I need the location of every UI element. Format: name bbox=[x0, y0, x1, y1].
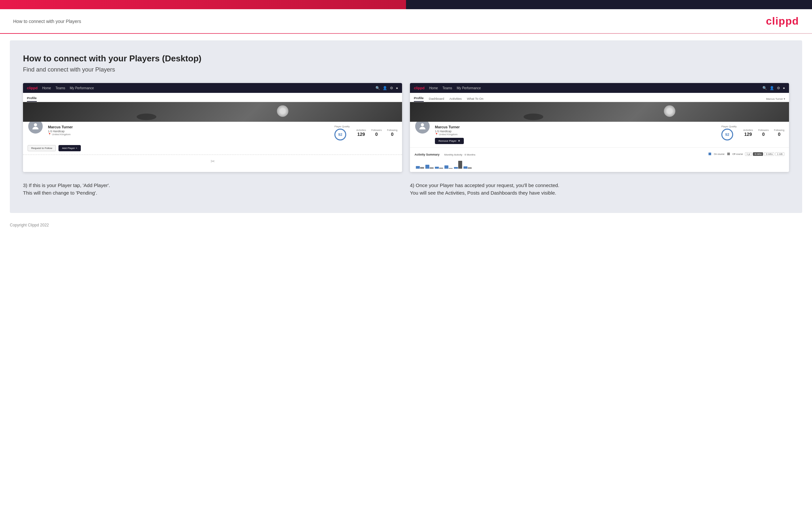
screen1-activities-stat: Activities 129 bbox=[356, 129, 366, 137]
svg-point-0 bbox=[34, 123, 37, 126]
screen1-nav-home: Home bbox=[42, 86, 51, 90]
screen1-handicap: 1-5 Handicap bbox=[48, 130, 330, 133]
screen2-stats: Player Quality 92 Activities 129 Followe… bbox=[721, 125, 784, 140]
bar-on-2 bbox=[425, 165, 429, 169]
screen1-player-name: Marcus Turner bbox=[48, 125, 330, 129]
svg-point-1 bbox=[421, 123, 424, 126]
screen2-banner bbox=[410, 102, 789, 122]
remove-player-button[interactable]: Remove Player ✕ bbox=[435, 138, 464, 144]
bar-group-4 bbox=[445, 165, 453, 169]
screen2-followers-value: 0 bbox=[758, 131, 769, 137]
screen2-following-stat: Following 0 bbox=[774, 129, 784, 137]
screen1-followers-value: 0 bbox=[371, 131, 382, 137]
screen1-following-stat: Following 0 bbox=[387, 129, 398, 137]
screen1-following-label: Following bbox=[387, 129, 398, 131]
bar-off-5 bbox=[458, 161, 462, 169]
screen1-nav-teams: Teams bbox=[55, 86, 65, 90]
avatar-icon[interactable]: ● bbox=[396, 86, 398, 90]
screen1-nav-myperformance: My Performance bbox=[70, 86, 94, 90]
screen1-profile-info: Marcus Turner 1-5 Handicap 📍 United King… bbox=[48, 125, 330, 136]
search-icon[interactable]: 🔍 bbox=[375, 86, 380, 90]
time-buttons: 1 yr 6 mths 3 mths 1 mth bbox=[745, 152, 784, 156]
screen2-following-label: Following bbox=[774, 129, 784, 131]
main-content: How to connect with your Players (Deskto… bbox=[10, 40, 802, 213]
tab-profile-2[interactable]: Profile bbox=[414, 96, 424, 102]
time-btn-1mth[interactable]: 1 mth bbox=[775, 152, 784, 156]
description-1: 3) If this is your Player tap, 'Add Play… bbox=[23, 182, 402, 196]
footer: Copyright Clippd 2022 bbox=[0, 220, 812, 234]
bar-group-5 bbox=[454, 161, 462, 169]
screen1-nav: clippd Home Teams My Performance 🔍 👤 ⚙ ● bbox=[23, 83, 402, 93]
screen2-pq-label: Player Quality bbox=[721, 125, 737, 128]
bar-on-1 bbox=[416, 166, 420, 169]
activity-title-group: Activity Summary Monthly Activity · 6 Mo… bbox=[414, 151, 475, 157]
screen1-stat-group: Activities 129 Followers 0 Following 0 bbox=[356, 129, 398, 137]
header-divider bbox=[0, 33, 812, 34]
copyright: Copyright Clippd 2022 bbox=[10, 223, 49, 227]
user-icon[interactable]: 👤 bbox=[383, 86, 387, 90]
bar-on-6 bbox=[463, 166, 467, 169]
activity-subtitle: Monthly Activity · 6 Months bbox=[444, 153, 475, 156]
search-icon[interactable]: 🔍 bbox=[762, 86, 767, 90]
screen2-nav-teams: Teams bbox=[443, 86, 452, 90]
activity-header: Activity Summary Monthly Activity · 6 Mo… bbox=[414, 151, 784, 157]
location-pin-icon: 📍 bbox=[48, 133, 51, 136]
descriptions-row: 3) If this is your Player tap, 'Add Play… bbox=[23, 182, 789, 196]
screen2-pq: Player Quality 92 bbox=[721, 125, 737, 140]
screen2-stat-group: Activities 129 Followers 0 Following 0 bbox=[743, 129, 784, 137]
screen2-activities-label: Activities bbox=[743, 129, 753, 131]
screen2-pq-value: 92 bbox=[721, 129, 733, 140]
avatar-icon[interactable]: ● bbox=[783, 86, 785, 90]
settings-icon[interactable]: ⚙ bbox=[777, 86, 780, 90]
tab-activities[interactable]: Activities bbox=[449, 97, 461, 102]
request-to-follow-button[interactable]: Request to Follow bbox=[28, 145, 56, 151]
time-btn-1yr[interactable]: 1 yr bbox=[745, 152, 752, 156]
scissors-divider: ✂ bbox=[23, 155, 402, 168]
screen1-followers-stat: Followers 0 bbox=[371, 129, 382, 137]
screen2-following-value: 0 bbox=[774, 131, 784, 137]
screenshots-row: clippd Home Teams My Performance 🔍 👤 ⚙ ●… bbox=[23, 83, 789, 172]
screen2-activity-summary: Activity Summary Monthly Activity · 6 Mo… bbox=[410, 147, 789, 172]
screen2-nav: clippd Home Teams My Performance 🔍 👤 ⚙ ● bbox=[410, 83, 789, 93]
screen2-location: 📍 United Kingdom bbox=[435, 133, 717, 136]
screen1-activities-label: Activities bbox=[356, 129, 366, 131]
bar-on-5 bbox=[454, 167, 458, 169]
screen1-followers-label: Followers bbox=[371, 129, 382, 131]
screen2-profile-info: Marcus Turner 1-5 Handicap 📍 United King… bbox=[435, 125, 717, 144]
header: How to connect with your Players clippd bbox=[0, 9, 812, 33]
bar-on-4 bbox=[445, 165, 448, 169]
screen1-pq-label: Player Quality bbox=[335, 125, 350, 128]
screen1-activities-value: 129 bbox=[356, 131, 366, 137]
screen1-tabs: Profile bbox=[23, 93, 402, 102]
page-title: How to connect with your Players bbox=[13, 19, 81, 24]
description-2: 4) Once your Player has accepted your re… bbox=[410, 182, 789, 196]
bar-group-1 bbox=[416, 166, 424, 169]
user-icon[interactable]: 👤 bbox=[770, 86, 774, 90]
activity-title: Activity Summary bbox=[414, 153, 440, 156]
player-dropdown[interactable]: Marcus Turner ▾ bbox=[766, 98, 785, 102]
time-btn-6mths[interactable]: 6 mths bbox=[753, 152, 763, 156]
activity-chart bbox=[414, 159, 784, 169]
screen1-location: 📍 United Kingdom bbox=[48, 133, 330, 136]
chart-legend: On course Off course bbox=[709, 153, 743, 155]
screen1-stats: Player Quality 92 Activities 129 Followe… bbox=[335, 125, 398, 140]
tab-profile[interactable]: Profile bbox=[27, 96, 37, 102]
screen2-activities-value: 129 bbox=[743, 131, 753, 137]
tab-dashboard[interactable]: Dashboard bbox=[429, 97, 444, 102]
add-player-button[interactable]: Add Player + bbox=[58, 145, 81, 151]
screen2-profile: Marcus Turner 1-5 Handicap 📍 United King… bbox=[410, 122, 789, 147]
screen1-profile: Marcus Turner 1-5 Handicap 📍 United King… bbox=[23, 122, 402, 144]
screen1-following-value: 0 bbox=[387, 131, 398, 137]
legend-on-course bbox=[709, 153, 711, 155]
main-title: How to connect with your Players (Deskto… bbox=[23, 54, 789, 64]
bar-off-4 bbox=[449, 168, 453, 169]
settings-icon[interactable]: ⚙ bbox=[390, 86, 393, 90]
bar-off-1 bbox=[420, 167, 424, 169]
screen2-activities-stat: Activities 129 bbox=[743, 129, 753, 137]
legend-off-course bbox=[727, 153, 730, 155]
screen1-logo: clippd bbox=[27, 86, 38, 90]
screen1-pq-value: 92 bbox=[335, 129, 346, 140]
screen1-banner bbox=[23, 102, 402, 122]
tab-what-to-on[interactable]: What To On bbox=[467, 97, 484, 102]
time-btn-3mths[interactable]: 3 mths bbox=[764, 152, 774, 156]
